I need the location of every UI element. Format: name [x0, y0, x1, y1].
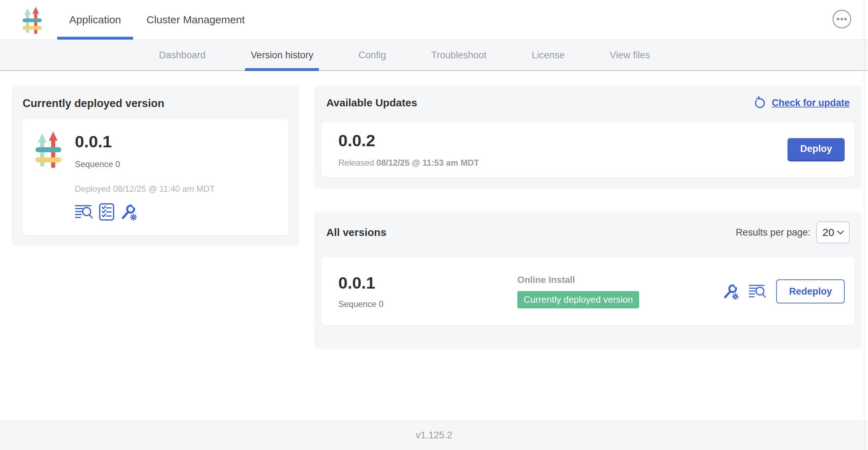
subnav-tab-dashboard[interactable]: Dashboard [136, 40, 228, 70]
refresh-icon [753, 96, 767, 110]
check-for-update-label: Check for update [772, 97, 850, 108]
row-version-sequence: Sequence 0 [338, 299, 517, 309]
available-updates-header: Available Updates Check for update [321, 96, 855, 110]
all-versions-header: All versions Results per page: 20 [321, 221, 855, 243]
app-logo-icon [35, 130, 62, 168]
subnav-license-label: License [532, 50, 565, 61]
footer: v1.125.2 [0, 420, 868, 450]
current-version-column: Currently deployed version 0.0.1 Sequenc… [12, 85, 299, 420]
tab-application-label: Application [69, 14, 121, 26]
ellipsis-circle-icon [832, 9, 852, 29]
primary-tabs: Application Cluster Management [57, 0, 257, 40]
available-updates-title: Available Updates [326, 97, 417, 109]
row-release-notes-button[interactable] [749, 284, 766, 299]
current-version-sequence: Sequence 0 [75, 159, 215, 169]
admin-console: Application Cluster Management Dashboard… [0, 0, 868, 450]
scrollbar-edge [864, 0, 864, 450]
update-released-date: Released 08/12/25 @ 11:53 am MDT [338, 158, 479, 168]
check-for-update-link[interactable]: Check for update [753, 96, 850, 110]
released-date: 08/12/25 @ 11:53 am MDT [376, 158, 479, 167]
top-navbar: Application Cluster Management [0, 0, 868, 40]
preflight-checks-icon [99, 203, 114, 221]
view-config-button[interactable] [120, 203, 137, 221]
subnav-tab-troubleshoot[interactable]: Troubleshoot [409, 40, 509, 70]
tab-cluster-management[interactable]: Cluster Management [134, 0, 257, 40]
current-version-title: Currently deployed version [23, 97, 289, 110]
update-card: 0.0.2 Released 08/12/25 @ 11:53 am MDT D… [321, 122, 855, 177]
tab-application[interactable]: Application [57, 0, 134, 40]
version-row-status: Online Install Currently deployed versio… [517, 274, 639, 308]
current-version-info: 0.0.1 Sequence 0 Deployed 08/12/25 @ 11:… [75, 128, 215, 227]
released-prefix: Released [338, 158, 376, 167]
subnav-dashboard-label: Dashboard [159, 50, 206, 61]
current-version-deployed-date: Deployed 08/12/25 @ 11:40 am MDT [75, 184, 215, 194]
release-notes-icon [75, 204, 93, 220]
preflight-checks-button[interactable] [99, 203, 114, 221]
navbar-right [832, 9, 852, 30]
release-notes-icon [749, 284, 766, 299]
redeploy-button[interactable]: Redeploy [776, 279, 845, 303]
config-wrench-icon [120, 203, 137, 221]
all-versions-panel: All versions Results per page: 20 0.0.1 … [314, 212, 862, 349]
more-menu-button[interactable] [832, 9, 852, 29]
subnav-tab-config[interactable]: Config [336, 40, 409, 70]
row-version-number: 0.0.1 [338, 274, 517, 292]
subnav-view-files-label: View files [610, 50, 650, 61]
update-version-number: 0.0.2 [338, 131, 479, 150]
main-content: Currently deployed version 0.0.1 Sequenc… [0, 71, 868, 420]
current-version-number: 0.0.1 [75, 132, 215, 151]
results-per-page: Results per page: 20 [736, 221, 850, 243]
deploy-button[interactable]: Deploy [787, 138, 845, 161]
chevron-down-icon [837, 230, 844, 235]
versions-column: Available Updates Check for update 0.0.2… [314, 85, 862, 420]
subnav-tab-view-files[interactable]: View files [587, 40, 673, 70]
subnav-version-history-label: Version history [251, 50, 313, 61]
version-row-info: 0.0.1 Sequence 0 [338, 274, 517, 309]
install-type-label: Online Install [517, 274, 639, 285]
subnav-config-label: Config [358, 50, 386, 61]
available-updates-panel: Available Updates Check for update 0.0.2… [314, 85, 862, 189]
current-version-panel: Currently deployed version 0.0.1 Sequenc… [12, 85, 299, 246]
subnav-tab-version-history[interactable]: Version history [228, 40, 336, 70]
release-notes-button[interactable] [75, 204, 93, 220]
update-info: 0.0.2 Released 08/12/25 @ 11:53 am MDT [338, 131, 479, 168]
results-per-page-label: Results per page: [736, 227, 810, 238]
config-wrench-icon [723, 283, 739, 300]
subnav-tab-license[interactable]: License [509, 40, 587, 70]
results-per-page-value: 20 [822, 226, 834, 238]
app-subnav: Dashboard Version history Config Trouble… [0, 40, 868, 71]
all-versions-title: All versions [326, 226, 386, 238]
current-version-card: 0.0.1 Sequence 0 Deployed 08/12/25 @ 11:… [23, 119, 289, 236]
version-row: 0.0.1 Sequence 0 Online Install Currentl… [321, 257, 855, 325]
results-per-page-select[interactable]: 20 [816, 221, 850, 243]
row-config-button[interactable] [723, 283, 739, 300]
subnav-troubleshoot-label: Troubleshoot [431, 50, 487, 61]
app-logo-icon [22, 6, 42, 34]
current-version-actions [75, 203, 215, 221]
tab-cluster-management-label: Cluster Management [147, 14, 245, 26]
currently-deployed-badge: Currently deployed version [517, 291, 639, 308]
console-version: v1.125.2 [416, 430, 452, 441]
version-row-actions: Redeploy [723, 279, 845, 303]
